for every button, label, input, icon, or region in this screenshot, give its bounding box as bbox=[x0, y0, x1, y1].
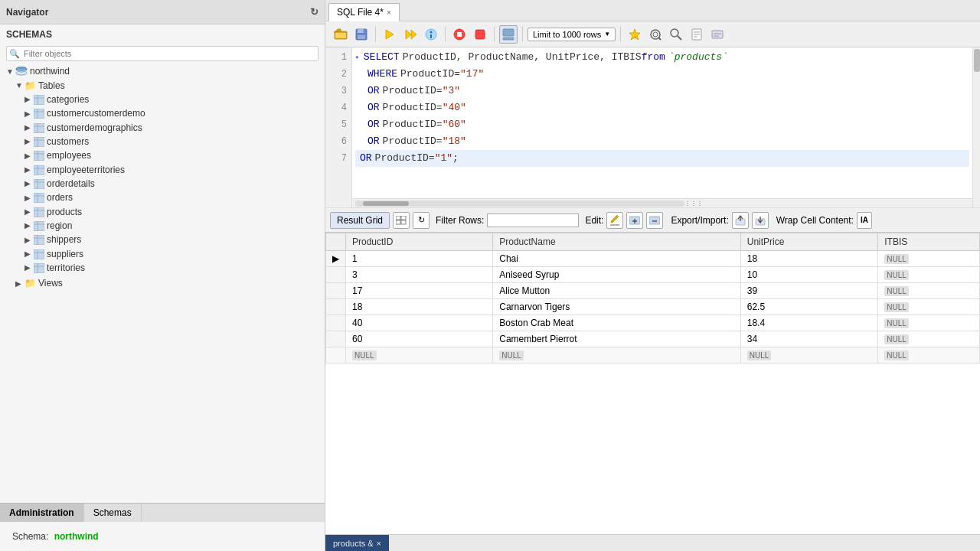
tree-item-employees[interactable]: ▶ employees bbox=[0, 148, 325, 162]
svg-rect-45 bbox=[363, 29, 364, 32]
or7-col: ProductID= bbox=[375, 150, 435, 167]
schema-inspector-btn[interactable] bbox=[646, 25, 665, 44]
line-number-1: 1 bbox=[325, 49, 351, 66]
tree-item-suppliers[interactable]: ▶ suppliers bbox=[0, 246, 325, 260]
sql-tab-active[interactable]: SQL File 4* × bbox=[328, 3, 400, 21]
null-badge-price: NULL bbox=[747, 350, 772, 360]
svg-rect-20 bbox=[34, 179, 44, 189]
products-tab-label: products & bbox=[333, 539, 374, 548]
limit-rows-select[interactable]: Limit to 1000 rows ▼ bbox=[528, 28, 616, 41]
customerdemographics-label: customerdemographics bbox=[47, 122, 142, 133]
import-btn[interactable] bbox=[752, 212, 769, 229]
refresh-result-btn[interactable]: ↻ bbox=[413, 212, 430, 229]
stop2-btn[interactable] bbox=[471, 25, 489, 44]
tab-administration[interactable]: Administration bbox=[0, 504, 84, 522]
stop-btn[interactable] bbox=[450, 25, 469, 44]
filter-rows-input[interactable] bbox=[487, 214, 579, 227]
add-star-btn[interactable]: + bbox=[626, 25, 644, 44]
editor-side: SQL File 4* × bbox=[325, 0, 980, 551]
tree-item-icon: ▶ bbox=[24, 95, 34, 103]
svg-marker-47 bbox=[386, 30, 394, 39]
products-tab-close[interactable]: × bbox=[377, 539, 381, 548]
sql-tab-label: SQL File 4* bbox=[337, 7, 384, 18]
result-grid-btn[interactable]: Result Grid bbox=[330, 212, 390, 229]
cell-itbis-17: NULL bbox=[878, 283, 980, 299]
svg-rect-1 bbox=[16, 69, 27, 75]
table-icon6 bbox=[34, 164, 44, 174]
svg-rect-75 bbox=[401, 220, 406, 224]
table-icon2 bbox=[34, 108, 44, 119]
edit-pencil-btn[interactable] bbox=[606, 212, 623, 229]
row-marker-2 bbox=[326, 267, 346, 283]
tree-item-territories[interactable]: ▶ territories bbox=[0, 261, 325, 275]
tree-item-tables[interactable]: ▼ 📁 Tables bbox=[0, 79, 325, 93]
editor-hscrollbar[interactable]: ⋮⋮⋮ bbox=[352, 198, 972, 207]
null-badge4: NULL bbox=[884, 302, 909, 312]
str-18: "18" bbox=[443, 133, 466, 150]
null-table-row: NULL NULL NULL NULL bbox=[326, 347, 980, 364]
navigator-header: Navigator ↻ bbox=[0, 0, 325, 24]
open-file-btn[interactable] bbox=[332, 25, 350, 44]
col-header-productname[interactable]: ProductName bbox=[493, 233, 740, 251]
tree-item-northwind[interactable]: ▼ northwind bbox=[0, 64, 325, 79]
editor-scrollbar[interactable] bbox=[972, 47, 980, 207]
products-tab[interactable]: products & × bbox=[325, 535, 389, 551]
categories-label: categories bbox=[47, 94, 89, 105]
tab-schemas[interactable]: Schemas bbox=[84, 504, 142, 522]
tree-item-region[interactable]: ▶ region bbox=[0, 219, 325, 233]
col-header-productid[interactable]: ProductID bbox=[346, 233, 493, 251]
line-number-2: 2 bbox=[325, 66, 351, 83]
col-header-unitprice[interactable]: UnitPrice bbox=[740, 233, 878, 251]
str-40: "40" bbox=[443, 99, 466, 116]
tree-item-shippers[interactable]: ▶ shippers bbox=[0, 233, 325, 246]
sql-line-3: OR ProductID= "3" bbox=[355, 83, 969, 99]
svg-text:+: + bbox=[634, 34, 637, 39]
delete-row-btn[interactable] bbox=[646, 212, 663, 229]
row-marker-null bbox=[326, 347, 346, 364]
col-header-itbis[interactable]: ITBIS bbox=[878, 233, 980, 251]
employees-label: employees bbox=[47, 150, 91, 161]
code-area[interactable]: ● SELECT ProductID, ProductName, UnitPri… bbox=[352, 47, 972, 207]
views-folder-icon: 📁 bbox=[24, 278, 36, 289]
row-marker-60 bbox=[326, 331, 346, 347]
tree-item-customers[interactable]: ▶ customers bbox=[0, 135, 325, 148]
grid-view-btn[interactable] bbox=[393, 212, 410, 229]
svg-point-62 bbox=[653, 32, 658, 37]
svg-line-64 bbox=[678, 36, 681, 40]
sql-editor[interactable]: 1 2 3 4 5 6 7 ● SELECT Pro bbox=[325, 47, 980, 208]
filter-input[interactable] bbox=[6, 46, 318, 61]
filter-container: 🔍 bbox=[6, 46, 318, 61]
kw-where: WHERE bbox=[368, 66, 397, 83]
table-row: 18 Carnarvon Tigers 62.5 NULL bbox=[326, 299, 980, 315]
null-badge2: NULL bbox=[884, 270, 909, 280]
refresh-icon[interactable]: ↻ bbox=[310, 6, 318, 18]
add-row-btn[interactable] bbox=[626, 212, 643, 229]
output-btn[interactable] bbox=[708, 25, 727, 44]
execute-current-btn[interactable] bbox=[401, 25, 420, 44]
tree-item-orderdetails[interactable]: ▶ orderdetails bbox=[0, 177, 325, 191]
tree-item-categories[interactable]: ▶ categories bbox=[0, 93, 325, 106]
toggle-output-btn[interactable] bbox=[499, 25, 518, 44]
tree-item-products[interactable]: ▶ products bbox=[0, 204, 325, 218]
svg-rect-46 bbox=[358, 35, 365, 39]
ia-btn[interactable]: IA bbox=[857, 212, 872, 229]
tree-item-customerdemographics[interactable]: ▶ customerdemographics bbox=[0, 120, 325, 134]
tree-item-orders[interactable]: ▶ orders bbox=[0, 191, 325, 204]
tree-item-customercustomerdemo[interactable]: ▶ customercustomerdemo bbox=[0, 106, 325, 120]
schema-info: Schema: northwind bbox=[6, 528, 318, 545]
explain-btn[interactable] bbox=[422, 25, 440, 44]
filter-box: 🔍 bbox=[0, 43, 325, 64]
toolbar: Limit to 1000 rows ▼ + bbox=[325, 21, 980, 47]
kw-or6: OR bbox=[368, 133, 380, 150]
tree-item-employeeterritories[interactable]: ▶ employeeterritories bbox=[0, 162, 325, 176]
execute-btn[interactable] bbox=[381, 25, 399, 44]
find-replace-btn[interactable] bbox=[667, 25, 685, 44]
svg-rect-69 bbox=[712, 31, 723, 38]
close-tab-icon[interactable]: × bbox=[387, 8, 391, 17]
null-badge-name: NULL bbox=[499, 350, 524, 360]
tree-item-views[interactable]: ▶ 📁 Views bbox=[0, 276, 325, 290]
ia-label: IA bbox=[861, 216, 868, 224]
context-help-btn[interactable] bbox=[688, 25, 706, 44]
export-btn[interactable] bbox=[732, 212, 749, 229]
save-file-btn[interactable] bbox=[352, 25, 371, 44]
